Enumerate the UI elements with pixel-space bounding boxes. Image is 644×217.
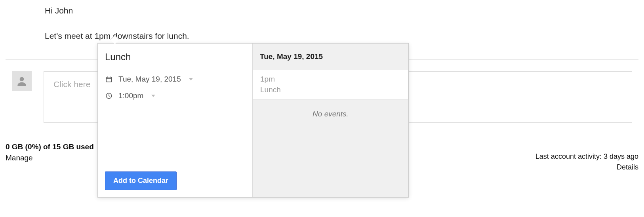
no-events-label: No events. [253,110,408,118]
reply-placeholder: Click here [53,80,90,89]
event-time-selector[interactable]: 1:00pm [98,87,252,103]
event-date-selector[interactable]: Tue, May 19, 2015 [98,70,252,87]
storage-usage: 0 GB (0%) of 15 GB used [6,143,94,151]
svg-line-7 [109,96,110,97]
chevron-down-icon [189,78,193,80]
proposed-event-time: 1pm [260,74,401,85]
person-icon [15,75,28,88]
details-link[interactable]: Details [617,163,638,171]
avatar [12,71,32,91]
email-greeting: Hi John [45,4,189,17]
proposed-event[interactable]: 1pm Lunch [253,70,408,99]
proposed-event-name: Lunch [260,85,401,95]
calendar-preview-pane: Tue, May 19, 2015 1pm Lunch No events. [252,44,408,197]
event-date-value: Tue, May 19, 2015 [118,75,181,84]
calendar-detail-pane: Lunch Tue, May 19, 2015 1:00pm Add to Ca… [98,44,252,197]
add-to-calendar-button[interactable]: Add to Calendar [105,171,177,190]
svg-rect-1 [106,77,112,82]
calendar-popover: Lunch Tue, May 19, 2015 1:00pm Add to Ca… [97,43,409,198]
last-activity: Last account activity: 3 days ago [535,152,638,161]
chevron-down-icon [151,95,155,97]
calendar-icon [105,75,113,83]
event-time-value: 1:00pm [118,91,143,100]
event-title: Lunch [98,44,252,70]
preview-date-header: Tue, May 19, 2015 [253,44,408,70]
clock-icon [105,92,113,100]
manage-link[interactable]: Manage [6,154,33,162]
svg-point-0 [20,77,24,81]
